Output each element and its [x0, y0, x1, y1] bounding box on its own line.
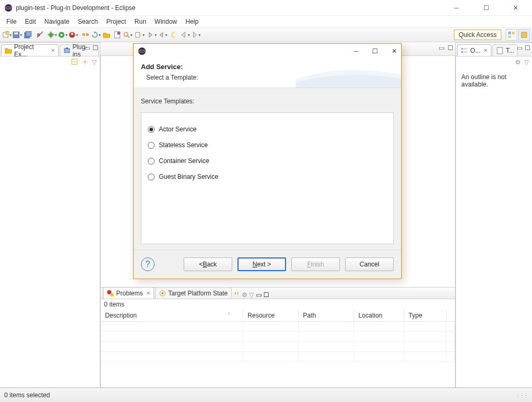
- save-all-button[interactable]: [23, 30, 33, 40]
- minimize-editor-icon[interactable]: ▭: [439, 44, 444, 52]
- dialog-content: Service Templates: Actor Service Statele…: [134, 88, 401, 250]
- window-maximize-button[interactable]: ☐: [474, 0, 498, 16]
- dialog-close-button[interactable]: ✕: [392, 47, 397, 55]
- svg-marker-19: [94, 32, 97, 34]
- minimize-view-icon[interactable]: ▭: [256, 291, 262, 299]
- col-description[interactable]: Description^: [101, 310, 243, 321]
- skip-breakpoints-button[interactable]: [35, 30, 45, 40]
- dialog-titlebar: ─ ☐ ✕: [134, 44, 401, 59]
- filter-icon[interactable]: ⚙: [242, 291, 248, 299]
- tab-label: O...: [470, 47, 480, 54]
- svg-rect-16: [71, 33, 73, 35]
- minimize-view-icon[interactable]: ▭: [84, 44, 90, 52]
- right-panel: O... ✕ T... ▭ ☐ ⚙ ▽ An outline is not av…: [455, 42, 532, 388]
- svg-rect-7: [26, 31, 31, 36]
- template-option-actor[interactable]: Actor Service: [148, 121, 387, 137]
- debug-button[interactable]: [48, 30, 57, 40]
- menu-run[interactable]: Run: [130, 17, 150, 26]
- run-button[interactable]: [58, 30, 68, 40]
- quick-access-field[interactable]: Quick Access: [454, 30, 501, 40]
- target-platform-button[interactable]: [81, 30, 90, 40]
- link-editor-icon[interactable]: [81, 58, 89, 67]
- new-button[interactable]: [2, 30, 12, 40]
- save-button[interactable]: [13, 30, 22, 40]
- menu-window[interactable]: Window: [150, 17, 182, 26]
- tab-project-explorer[interactable]: Project Ex... ✕: [1, 44, 59, 56]
- filter-icon[interactable]: ⚙: [515, 59, 521, 66]
- dialog-minimize-button[interactable]: ─: [354, 47, 358, 55]
- view-menu-icon[interactable]: ▽: [524, 59, 529, 66]
- tab-tasks[interactable]: T...: [492, 44, 518, 56]
- dialog-maximize-button[interactable]: ☐: [372, 47, 378, 55]
- open-manifest-button[interactable]: [112, 30, 122, 40]
- template-option-container[interactable]: Container Service: [148, 153, 387, 169]
- svg-rect-45: [461, 51, 463, 53]
- close-icon[interactable]: ✕: [483, 47, 488, 53]
- svg-point-22: [124, 32, 128, 36]
- view-menu-icon[interactable]: ▽: [92, 59, 97, 66]
- template-option-guest-binary[interactable]: Guest Binary Service: [148, 169, 387, 185]
- menu-search[interactable]: Search: [73, 17, 102, 26]
- maximize-view-icon[interactable]: ☐: [92, 44, 98, 52]
- radio-label: Guest Binary Service: [159, 173, 218, 180]
- prev-annotation-button[interactable]: [147, 30, 157, 40]
- outline-icon: [461, 47, 468, 54]
- minimize-view-icon[interactable]: ▭: [517, 44, 522, 52]
- menu-edit[interactable]: Edit: [21, 17, 40, 26]
- svg-rect-30: [508, 32, 511, 34]
- history-back-button[interactable]: [180, 30, 190, 40]
- menu-file[interactable]: File: [2, 17, 21, 26]
- menu-help[interactable]: Help: [182, 17, 203, 26]
- maximize-editor-icon[interactable]: ☐: [448, 44, 453, 52]
- col-path[interactable]: Path: [299, 310, 354, 321]
- svg-rect-17: [82, 33, 85, 36]
- back-edit-button[interactable]: [170, 30, 179, 40]
- dialog-title: Add Service:: [141, 63, 394, 71]
- problems-count: 0 items: [101, 299, 455, 310]
- tab-label: T...: [506, 47, 514, 54]
- search-button[interactable]: [123, 30, 132, 40]
- col-location[interactable]: Location: [354, 310, 404, 321]
- window-close-button[interactable]: ✕: [504, 0, 528, 16]
- tab-problems[interactable]: Problems ✕: [103, 287, 154, 299]
- svg-rect-44: [463, 48, 468, 50]
- close-icon[interactable]: ✕: [146, 290, 150, 296]
- template-option-stateless[interactable]: Stateless Service: [148, 137, 387, 153]
- tab-target-platform-state[interactable]: Target Platform State: [155, 287, 232, 299]
- radio-label: Actor Service: [159, 126, 196, 133]
- maximize-view-icon[interactable]: ☐: [263, 291, 269, 299]
- back-button[interactable]: < Back: [184, 257, 232, 271]
- close-icon[interactable]: ✕: [51, 47, 55, 53]
- col-type[interactable]: Type: [404, 310, 446, 321]
- last-edit-location-button[interactable]: [135, 30, 145, 40]
- table-row: [101, 342, 455, 352]
- external-tools-button[interactable]: [69, 30, 78, 40]
- refresh-button[interactable]: [91, 30, 101, 40]
- window-minimize-button[interactable]: ─: [444, 0, 469, 16]
- open-plugin-button[interactable]: [102, 30, 111, 40]
- status-bar: 0 items selected ⋮⋮⋮: [0, 388, 532, 402]
- table-header: Description^ Resource Path Location Type: [101, 310, 455, 322]
- svg-rect-3: [6, 32, 9, 35]
- collapse-all-icon[interactable]: [71, 58, 78, 67]
- bottom-tabs: Problems ✕ Target Platform State ⚙ ▽ ▭ ☐: [101, 288, 455, 299]
- link-icon[interactable]: [233, 291, 240, 299]
- view-menu-icon[interactable]: ▽: [249, 291, 254, 299]
- next-annotation-button[interactable]: [158, 30, 167, 40]
- menu-bar: File Edit Navigate Search Project Run Wi…: [0, 16, 532, 27]
- maximize-view-icon[interactable]: ☐: [525, 44, 530, 52]
- svg-marker-25: [139, 33, 141, 36]
- project-explorer-toolbar: ▽: [0, 56, 100, 68]
- history-forward-button[interactable]: [191, 30, 201, 40]
- tab-outline[interactable]: O... ✕: [457, 44, 491, 56]
- open-perspective-button[interactable]: [506, 29, 517, 41]
- col-resource[interactable]: Resource: [243, 310, 299, 321]
- pde-perspective-button[interactable]: [518, 29, 530, 41]
- svg-point-42: [162, 292, 164, 294]
- menu-navigate[interactable]: Navigate: [40, 17, 73, 26]
- finish-button[interactable]: Finish: [291, 257, 340, 271]
- help-button[interactable]: ?: [141, 257, 155, 271]
- next-button[interactable]: Next >: [238, 257, 286, 271]
- menu-project[interactable]: Project: [102, 17, 130, 26]
- cancel-button[interactable]: Cancel: [345, 257, 394, 271]
